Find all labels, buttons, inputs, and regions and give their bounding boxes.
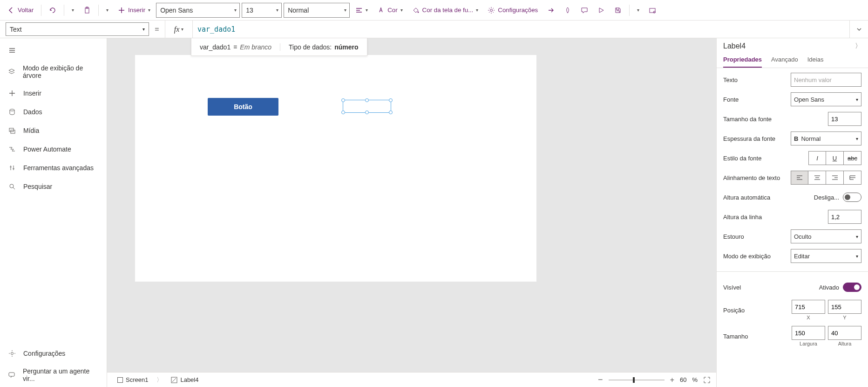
settings-button[interactable]: Configurações	[484, 3, 542, 18]
property-selector[interactable]: Text ▾	[6, 22, 149, 36]
autoheight-state: Desliga...	[814, 194, 839, 201]
layers-icon	[7, 67, 16, 76]
separator	[64, 5, 64, 16]
publish-button[interactable]	[645, 3, 660, 18]
nav-search[interactable]: Pesquisar	[0, 177, 107, 196]
align-menu-button[interactable]: ▾	[352, 3, 372, 18]
font-style-group: I U abc	[808, 151, 861, 165]
resize-handle[interactable]	[365, 111, 369, 114]
nav-settings[interactable]: Configurações	[0, 344, 107, 363]
visible-state: Ativado	[819, 284, 839, 291]
undo-button[interactable]	[45, 3, 60, 18]
separator	[41, 5, 41, 16]
zoom-in-button[interactable]: +	[670, 376, 674, 384]
canvas-selected-label[interactable]	[343, 100, 391, 113]
prop-width-input[interactable]	[792, 326, 825, 340]
align-justify-button[interactable]	[844, 171, 861, 185]
underline-button[interactable]: U	[826, 151, 844, 165]
paste-button[interactable]	[80, 3, 95, 18]
resize-handle[interactable]	[389, 98, 393, 102]
prop-displaymode-select[interactable]: Editar▾	[791, 249, 861, 263]
italic-button[interactable]: I	[808, 151, 826, 165]
hamburger-button[interactable]	[0, 41, 107, 60]
main-area: Modo de exibição de árvore Inserir Dados…	[0, 38, 868, 387]
undo-chevron[interactable]: ▾	[68, 3, 78, 18]
formula-input[interactable]	[193, 21, 849, 38]
fx-button[interactable]: fx ▾	[165, 21, 193, 38]
nav-insert[interactable]: Inserir	[0, 84, 107, 103]
strike-button[interactable]: abc	[844, 151, 861, 165]
paste-chevron[interactable]: ▾	[102, 3, 112, 18]
nav-tree-view[interactable]: Modo de exibição de árvore	[0, 60, 107, 84]
comments-button[interactable]	[577, 3, 592, 18]
prop-label-font: Fonte	[723, 96, 739, 103]
resize-handle[interactable]	[341, 98, 345, 102]
resize-handle[interactable]	[341, 111, 345, 114]
tab-advanced[interactable]: Avançado	[771, 52, 798, 68]
nav-power-automate[interactable]: Power Automate	[0, 140, 107, 159]
save-button[interactable]	[610, 3, 625, 18]
nav-advanced-tools[interactable]: Ferramentas avançadas	[0, 159, 107, 177]
prop-text-input[interactable]	[791, 73, 861, 87]
nav-data[interactable]: Dados	[0, 103, 107, 121]
breadcrumb-control[interactable]: Label4	[166, 374, 203, 385]
checker-button[interactable]	[560, 3, 575, 18]
color-label: Cor	[387, 7, 397, 14]
sublabel-width: Largura	[800, 341, 817, 346]
fill-color-button[interactable]: Cor da tela de fu... ▾	[408, 3, 482, 18]
align-center-button[interactable]	[808, 171, 826, 185]
formula-expand-button[interactable]	[849, 21, 868, 38]
arrow-left-icon	[7, 7, 15, 14]
screen-icon	[117, 377, 123, 383]
prop-x-input[interactable]	[792, 300, 825, 314]
breadcrumb-bar: Screen1 〉 Label4 − + 60 %	[107, 372, 716, 387]
screen-artboard[interactable]: Botão	[135, 55, 536, 282]
back-label: Voltar	[18, 7, 34, 14]
nav-label: Configurações	[23, 350, 65, 357]
formula-bar: Text ▾ = fx ▾	[0, 21, 868, 38]
svg-point-10	[11, 352, 14, 355]
back-button[interactable]: Voltar	[4, 3, 37, 18]
prop-fontweight-select[interactable]: BNormal ▾	[791, 131, 861, 145]
preview-button[interactable]	[594, 3, 609, 18]
hamburger-icon	[7, 46, 17, 55]
top-toolbar: Voltar ▾ ▾ Inserir ▾ Open Sans ▾ 13 ▾ No…	[0, 0, 868, 21]
autoheight-toggle[interactable]	[843, 193, 861, 202]
fit-screen-button[interactable]	[703, 376, 711, 384]
breadcrumb-screen[interactable]: Screen1	[113, 374, 153, 385]
visible-toggle[interactable]	[843, 283, 861, 292]
align-left-button[interactable]	[791, 171, 808, 185]
insert-button[interactable]: Inserir ▾	[114, 3, 154, 18]
prop-lineheight-input[interactable]	[828, 210, 861, 224]
prop-fontsize-input[interactable]	[828, 112, 861, 126]
prop-height-input[interactable]	[828, 326, 861, 340]
zoom-slider[interactable]	[609, 380, 665, 380]
prop-font-select[interactable]: Open Sans▾	[791, 92, 861, 106]
font-color-button[interactable]: Cor ▾	[373, 3, 406, 18]
prop-y-input[interactable]	[828, 300, 861, 314]
font-weight-select[interactable]: Normal ▾	[284, 3, 350, 18]
zoom-controls: − + 60 %	[598, 375, 711, 385]
canvas-area[interactable]: Botão	[107, 38, 716, 372]
zoom-pct-sign: %	[692, 376, 698, 383]
font-size-select[interactable]: 13 ▾	[242, 3, 282, 18]
prop-label-displaymode: Modo de exibição	[723, 253, 771, 260]
save-chevron[interactable]: ▾	[633, 3, 643, 18]
tab-ideas[interactable]: Ideias	[807, 52, 824, 68]
canvas-button-control[interactable]: Botão	[208, 98, 278, 116]
nav-label: Dados	[23, 108, 42, 116]
align-right-button[interactable]	[826, 171, 844, 185]
formula-result-bar: var_dado1 = Em branco Tipo de dados: núm…	[191, 38, 367, 56]
font-family-select[interactable]: Open Sans ▾	[156, 3, 240, 18]
prop-overflow-select[interactable]: Oculto▾	[791, 229, 861, 243]
nav-ask-agent[interactable]: Perguntar a um agente vir...	[0, 363, 107, 387]
tab-properties[interactable]: Propriedades	[723, 52, 762, 68]
nav-media[interactable]: Mídia	[0, 121, 107, 140]
resize-handle[interactable]	[365, 98, 369, 102]
panel-collapse-button[interactable]: 〉	[855, 42, 861, 50]
zoom-out-button[interactable]: −	[598, 375, 603, 385]
left-nav: Modo de exibição de árvore Inserir Dados…	[0, 38, 107, 387]
share-button[interactable]	[543, 3, 558, 18]
nav-label: Ferramentas avançadas	[23, 164, 94, 172]
resize-handle[interactable]	[389, 111, 393, 114]
